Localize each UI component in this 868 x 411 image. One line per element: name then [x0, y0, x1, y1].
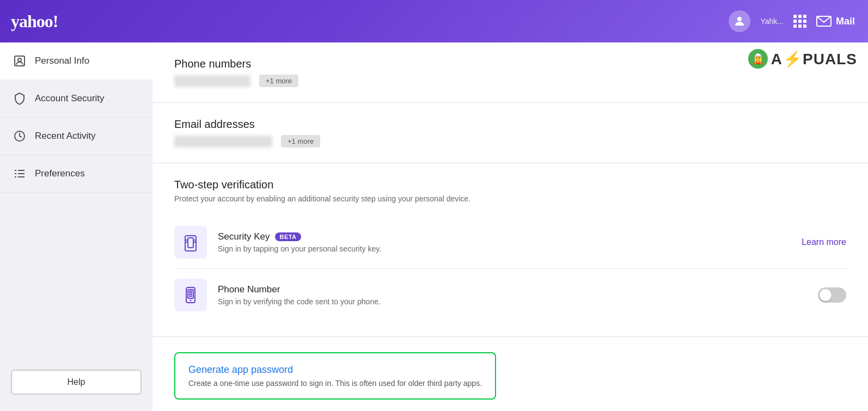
- security-key-icon-box: [174, 226, 207, 259]
- beta-badge: BETA: [275, 232, 301, 241]
- app-password-title: Generate app password: [188, 364, 482, 376]
- phone-number-2fa-option: Phone Number Sign in by verifying the co…: [174, 269, 846, 321]
- appuals-character-icon: 🧝: [748, 49, 768, 69]
- list-icon: [13, 167, 26, 180]
- sidebar: Personal Info Account Security: [0, 42, 152, 411]
- header-username: Yahk...: [760, 17, 784, 26]
- sidebar-account-security-label: Account Security: [35, 93, 105, 104]
- two-step-description: Protect your account by enabling an addi…: [174, 194, 846, 203]
- two-step-title: Two-step verification: [174, 179, 846, 191]
- phone-numbers-row: +1 more: [174, 75, 846, 87]
- email-more-badge: +1 more: [281, 135, 320, 148]
- sidebar-help: Help: [11, 370, 142, 395]
- phone-numbers-title: Phone numbers: [174, 58, 846, 70]
- security-key-option: Security Key BETA Sign in by tapping on …: [174, 216, 846, 269]
- sidebar-item-personal-info[interactable]: Personal Info: [0, 42, 152, 80]
- sidebar-personal-info-label: Personal Info: [35, 56, 89, 66]
- user-avatar-icon[interactable]: [729, 10, 750, 32]
- person-icon: [13, 54, 26, 68]
- phone-more-badge: +1 more: [259, 75, 298, 87]
- app-password-box[interactable]: Generate app password Create a one-time …: [174, 352, 496, 400]
- svg-point-3: [18, 58, 21, 62]
- email-address-value: [174, 136, 272, 148]
- email-addresses-row: +1 more: [174, 135, 846, 148]
- security-key-action[interactable]: Learn more: [802, 237, 846, 247]
- header: yahoo! Yahk... Mail: [0, 0, 868, 42]
- apps-grid-icon[interactable]: [793, 15, 806, 28]
- appuals-logo-text: A⚡PUALS: [771, 50, 857, 68]
- phone-number-2fa-toggle-container[interactable]: [818, 287, 846, 303]
- app-password-description: Create a one-time use password to sign i…: [188, 379, 482, 388]
- two-step-verification-section: Two-step verification Protect your accou…: [152, 163, 868, 337]
- appuals-watermark: 🧝 A⚡PUALS: [748, 49, 857, 69]
- svg-rect-12: [188, 238, 193, 248]
- email-addresses-section: Email addresses +1 more: [152, 103, 868, 163]
- main-content: 🧝 A⚡PUALS Phone numbers +1 more Email ad…: [152, 42, 868, 411]
- sidebar-preferences-label: Preferences: [35, 168, 85, 179]
- security-key-title: Security Key BETA: [218, 231, 791, 242]
- page-layout: Personal Info Account Security: [0, 42, 868, 411]
- shield-icon: [13, 92, 26, 105]
- mail-label: Mail: [836, 16, 855, 27]
- yahoo-logo: yahoo!: [11, 11, 58, 32]
- phone-number-value: [174, 75, 250, 87]
- phone-number-2fa-toggle[interactable]: [818, 287, 846, 303]
- phone-number-2fa-title: Phone Number: [218, 284, 807, 295]
- clock-icon: [13, 130, 26, 143]
- phone-number-2fa-icon-box: [174, 279, 207, 311]
- header-right: Yahk... Mail: [729, 10, 855, 32]
- app-password-section: Generate app password Create a one-time …: [152, 337, 868, 411]
- sidebar-recent-activity-label: Recent Activity: [35, 131, 96, 142]
- security-key-description: Sign in by tapping on your personal secu…: [218, 244, 791, 253]
- email-addresses-title: Email addresses: [174, 118, 846, 131]
- security-key-text: Security Key BETA Sign in by tapping on …: [218, 231, 791, 253]
- sidebar-item-preferences[interactable]: Preferences: [0, 155, 152, 193]
- sidebar-item-account-security[interactable]: Account Security: [0, 80, 152, 118]
- sidebar-nav: Personal Info Account Security: [0, 42, 152, 359]
- svg-point-0: [737, 17, 742, 21]
- learn-more-link[interactable]: Learn more: [802, 237, 846, 247]
- svg-point-23: [190, 300, 192, 302]
- sidebar-item-recent-activity[interactable]: Recent Activity: [0, 118, 152, 155]
- phone-number-2fa-text: Phone Number Sign in by verifying the co…: [218, 284, 807, 306]
- mail-button[interactable]: Mail: [816, 16, 855, 27]
- help-button[interactable]: Help: [11, 370, 142, 395]
- phone-number-2fa-description: Sign in by verifying the code sent to yo…: [218, 297, 807, 306]
